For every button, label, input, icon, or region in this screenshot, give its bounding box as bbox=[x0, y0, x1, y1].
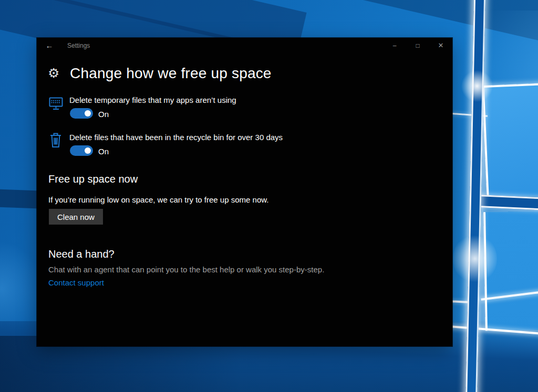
back-button[interactable]: ← bbox=[41, 38, 58, 54]
close-button[interactable]: ✕ bbox=[429, 38, 452, 54]
wallpaper-glow-spot bbox=[461, 70, 493, 102]
free-up-space-description: If you’re running low on space, we can t… bbox=[48, 195, 268, 204]
titlebar[interactable]: ← Settings – □ ✕ bbox=[37, 38, 452, 54]
toggle-temp-files[interactable] bbox=[70, 108, 93, 119]
toggle-state-temp-files: On bbox=[98, 110, 109, 119]
window-title: Settings bbox=[67, 38, 90, 54]
contact-support-link[interactable]: Contact support bbox=[48, 278, 104, 287]
maximize-icon: □ bbox=[416, 42, 419, 49]
window-controls: – □ ✕ bbox=[383, 38, 452, 54]
page-title: Change how we free up space bbox=[70, 65, 272, 82]
free-up-space-heading: Free up space now bbox=[48, 173, 138, 185]
minimize-button[interactable]: – bbox=[383, 38, 406, 54]
toggle-label-recycle-bin: Delete files that have been in the recyc… bbox=[69, 133, 283, 142]
gear-icon: ⚙ bbox=[48, 67, 59, 80]
back-arrow-icon: ← bbox=[46, 41, 54, 50]
maximize-button[interactable]: □ bbox=[406, 38, 429, 54]
trash-icon bbox=[50, 132, 61, 150]
close-icon: ✕ bbox=[438, 41, 444, 49]
need-a-hand-heading: Need a hand? bbox=[48, 248, 115, 260]
minimize-icon: – bbox=[393, 42, 397, 49]
settings-window: ← Settings – □ ✕ ⚙ Change how we free up… bbox=[37, 38, 452, 346]
toggle-label-temp-files: Delete temporary files that my apps aren… bbox=[69, 96, 236, 104]
toggle-state-recycle-bin: On bbox=[98, 147, 109, 156]
monitor-icon bbox=[49, 97, 63, 112]
wallpaper-window-pane bbox=[482, 82, 538, 197]
toggle-knob bbox=[85, 110, 91, 116]
wallpaper-glow-spot bbox=[453, 234, 497, 284]
toggle-knob bbox=[85, 147, 91, 154]
clean-now-button[interactable]: Clean now bbox=[49, 209, 103, 225]
wallpaper-window-crossbar bbox=[478, 195, 538, 210]
toggle-recycle-bin[interactable] bbox=[70, 145, 93, 156]
wallpaper-window-crossbar bbox=[0, 189, 40, 209]
need-a-hand-description: Chat with an agent that can point you to… bbox=[48, 265, 324, 274]
